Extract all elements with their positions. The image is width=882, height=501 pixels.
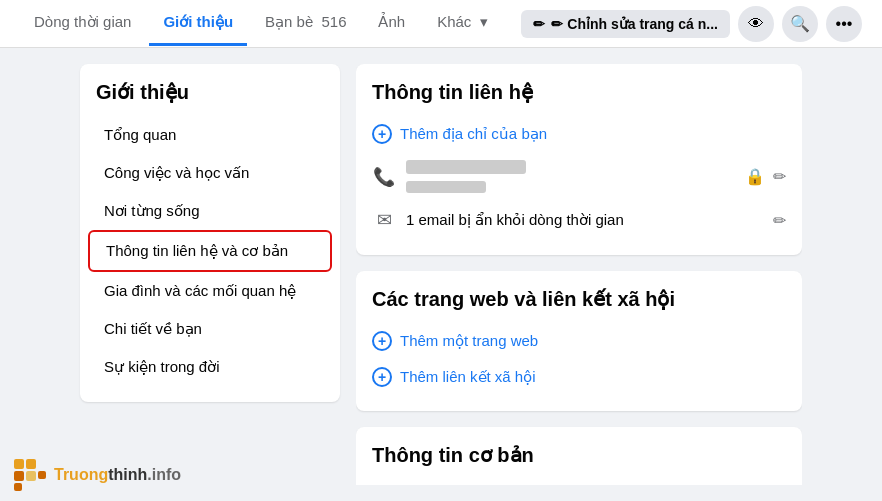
watermark-logo bbox=[12, 457, 48, 493]
svg-rect-5 bbox=[14, 483, 22, 491]
sidebar-item-lien-he[interactable]: Thông tin liên hệ và cơ bản bbox=[88, 230, 332, 272]
contact-section: Thông tin liên hệ + Thêm địa chỉ của bạn… bbox=[356, 64, 802, 255]
social-section-title: Các trang web và liên kết xã hội bbox=[372, 287, 786, 311]
sidebar-item-chi-tiet[interactable]: Chi tiết về bạn bbox=[88, 310, 332, 348]
phone-blurred-line1 bbox=[406, 160, 526, 174]
watermark: Truongthinh.info bbox=[0, 449, 193, 501]
ellipsis-icon: ••• bbox=[836, 15, 853, 33]
phone-actions: 🔒 ✏ bbox=[745, 167, 786, 186]
sidebar-item-noi-song[interactable]: Nơi từng sống bbox=[88, 192, 332, 230]
add-address-button[interactable]: + Thêm địa chỉ của bạn bbox=[372, 116, 786, 152]
phone-edit-icon[interactable]: ✏ bbox=[773, 167, 786, 186]
search-button[interactable]: 🔍 bbox=[782, 6, 818, 42]
email-actions: ✏ bbox=[773, 211, 786, 230]
right-panel: Thông tin liên hệ + Thêm địa chỉ của bạn… bbox=[356, 64, 802, 485]
nav-item-friends[interactable]: Bạn bè 516 bbox=[251, 1, 360, 46]
sidebar-title: Giới thiệu bbox=[80, 80, 340, 116]
search-icon: 🔍 bbox=[790, 14, 810, 33]
sidebar-item-cong-viec[interactable]: Công việc và học vấn bbox=[88, 154, 332, 192]
nav-item-more[interactable]: Khác ▾ bbox=[423, 1, 501, 46]
watermark-svg bbox=[12, 457, 48, 493]
phone-blurred-line2 bbox=[406, 181, 486, 193]
email-text: 1 email bị ẩn khỏi dòng thời gian bbox=[406, 211, 763, 229]
more-options-button[interactable]: ••• bbox=[826, 6, 862, 42]
sidebar-item-tong-quan[interactable]: Tổng quan bbox=[88, 116, 332, 154]
basic-section: Thông tin cơ bản + Thêm một ngôn ngữ bbox=[356, 427, 802, 485]
email-icon: ✉ bbox=[372, 209, 396, 231]
phone-row: 📞 🔒 ✏ bbox=[372, 152, 786, 201]
nav-action-buttons: ✏ ✏ Chỉnh sửa trang cá n... 👁 🔍 ••• bbox=[521, 6, 862, 42]
nav-item-timeline[interactable]: Dòng thời gian bbox=[20, 1, 145, 46]
left-sidebar: Giới thiệu Tổng quan Công việc và học vấ… bbox=[80, 64, 340, 402]
add-website-button[interactable]: + Thêm một trang web bbox=[372, 323, 786, 359]
svg-rect-1 bbox=[26, 459, 36, 469]
svg-rect-3 bbox=[26, 471, 36, 481]
top-navigation: Dòng thời gian Giới thiệu Bạn bè 516 Ảnh… bbox=[0, 0, 882, 48]
email-edit-icon[interactable]: ✏ bbox=[773, 211, 786, 230]
watermark-thinh: thinh bbox=[108, 466, 147, 483]
social-section: Các trang web và liên kết xã hội + Thêm … bbox=[356, 271, 802, 411]
sidebar-item-gia-dinh[interactable]: Gia đình và các mối quan hệ bbox=[88, 272, 332, 310]
edit-profile-button[interactable]: ✏ ✏ Chỉnh sửa trang cá n... bbox=[521, 10, 730, 38]
basic-section-title: Thông tin cơ bản bbox=[372, 443, 786, 467]
main-content: Giới thiệu Tổng quan Công việc và học vấ… bbox=[0, 48, 882, 501]
visibility-button[interactable]: 👁 bbox=[738, 6, 774, 42]
add-social-circle-icon: + bbox=[372, 367, 392, 387]
sidebar-item-su-kien[interactable]: Sự kiện trong đời bbox=[88, 348, 332, 386]
nav-item-photos[interactable]: Ảnh bbox=[364, 1, 419, 46]
watermark-text: Truongthinh.info bbox=[54, 466, 181, 484]
add-social-button[interactable]: + Thêm liên kết xã hội bbox=[372, 359, 786, 395]
svg-rect-4 bbox=[38, 471, 46, 479]
svg-rect-0 bbox=[14, 459, 24, 469]
phone-lock-icon[interactable]: 🔒 bbox=[745, 167, 765, 186]
watermark-truong: Truong bbox=[54, 466, 108, 483]
add-website-circle-icon: + bbox=[372, 331, 392, 351]
watermark-info: .info bbox=[147, 466, 181, 483]
nav-item-about[interactable]: Giới thiệu bbox=[149, 1, 247, 46]
contact-section-title: Thông tin liên hệ bbox=[372, 80, 786, 104]
eye-icon: 👁 bbox=[748, 15, 764, 33]
svg-rect-2 bbox=[14, 471, 24, 481]
email-row: ✉ 1 email bị ẩn khỏi dòng thời gian ✏ bbox=[372, 201, 786, 239]
add-language-button[interactable]: + Thêm một ngôn ngữ bbox=[372, 479, 786, 485]
pencil-icon: ✏ bbox=[533, 16, 545, 32]
add-circle-icon: + bbox=[372, 124, 392, 144]
phone-icon: 📞 bbox=[372, 166, 396, 188]
